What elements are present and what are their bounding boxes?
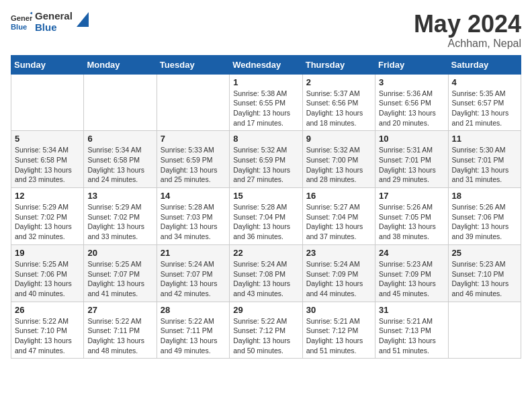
- day-number: 8: [233, 134, 298, 144]
- week-row-4: 19Sunrise: 5:25 AMSunset: 7:06 PMDayligh…: [11, 244, 521, 302]
- weekday-header-sunday: Sunday: [11, 55, 84, 74]
- calendar-cell: 8Sunrise: 5:32 AMSunset: 6:59 PMDaylight…: [230, 131, 302, 188]
- day-info: Sunrise: 5:28 AMSunset: 7:03 PMDaylight:…: [161, 202, 226, 242]
- calendar-cell: 24Sunrise: 5:23 AMSunset: 7:09 PMDayligh…: [375, 244, 448, 302]
- calendar-cell: [448, 302, 521, 359]
- day-number: 16: [306, 191, 371, 201]
- calendar-cell: 13Sunrise: 5:29 AMSunset: 7:02 PMDayligh…: [84, 188, 157, 245]
- calendar-cell: 21Sunrise: 5:24 AMSunset: 7:07 PMDayligh…: [157, 244, 229, 302]
- location-subtitle: Achham, Nepal: [414, 38, 521, 50]
- calendar-cell: [11, 74, 84, 131]
- day-number: 3: [379, 77, 444, 87]
- day-info: Sunrise: 5:32 AMSunset: 7:00 PMDaylight:…: [306, 145, 371, 185]
- day-number: 10: [379, 134, 444, 144]
- day-info: Sunrise: 5:21 AMSunset: 7:12 PMDaylight:…: [306, 316, 371, 356]
- day-info: Sunrise: 5:22 AMSunset: 7:12 PMDaylight:…: [233, 316, 298, 356]
- day-info: Sunrise: 5:34 AMSunset: 6:58 PMDaylight:…: [87, 145, 152, 185]
- calendar-cell: 3Sunrise: 5:36 AMSunset: 6:56 PMDaylight…: [375, 74, 448, 131]
- day-number: 2: [306, 77, 371, 87]
- calendar-cell: [157, 74, 229, 131]
- day-info: Sunrise: 5:36 AMSunset: 6:56 PMDaylight:…: [379, 89, 444, 128]
- day-number: 11: [452, 134, 517, 144]
- day-info: Sunrise: 5:29 AMSunset: 7:02 PMDaylight:…: [87, 202, 152, 242]
- logo: General Blue General Blue: [11, 11, 89, 33]
- day-number: 26: [15, 305, 80, 315]
- calendar-cell: 25Sunrise: 5:23 AMSunset: 7:10 PMDayligh…: [448, 244, 521, 302]
- day-number: 21: [161, 248, 226, 258]
- calendar-cell: 17Sunrise: 5:26 AMSunset: 7:05 PMDayligh…: [375, 188, 448, 245]
- calendar-cell: 27Sunrise: 5:22 AMSunset: 7:11 PMDayligh…: [84, 302, 157, 359]
- day-number: 23: [306, 248, 371, 258]
- day-info: Sunrise: 5:30 AMSunset: 7:01 PMDaylight:…: [452, 145, 517, 185]
- calendar-cell: 29Sunrise: 5:22 AMSunset: 7:12 PMDayligh…: [230, 302, 302, 359]
- weekday-header-monday: Monday: [84, 55, 157, 74]
- day-info: Sunrise: 5:24 AMSunset: 7:09 PMDaylight:…: [306, 259, 371, 299]
- day-number: 27: [87, 305, 152, 315]
- calendar-cell: 31Sunrise: 5:21 AMSunset: 7:13 PMDayligh…: [375, 302, 448, 359]
- week-row-1: 1Sunrise: 5:38 AMSunset: 6:55 PMDaylight…: [11, 74, 521, 131]
- week-row-5: 26Sunrise: 5:22 AMSunset: 7:10 PMDayligh…: [11, 302, 521, 359]
- calendar-cell: 9Sunrise: 5:32 AMSunset: 7:00 PMDaylight…: [302, 131, 375, 188]
- day-info: Sunrise: 5:35 AMSunset: 6:57 PMDaylight:…: [452, 89, 517, 128]
- day-info: Sunrise: 5:26 AMSunset: 7:05 PMDaylight:…: [379, 202, 444, 242]
- calendar-cell: 1Sunrise: 5:38 AMSunset: 6:55 PMDaylight…: [230, 74, 302, 131]
- day-number: 20: [87, 248, 152, 258]
- calendar-cell: 18Sunrise: 5:26 AMSunset: 7:06 PMDayligh…: [448, 188, 521, 245]
- calendar-cell: 6Sunrise: 5:34 AMSunset: 6:58 PMDaylight…: [84, 131, 157, 188]
- day-number: 13: [87, 191, 152, 201]
- svg-text:General: General: [11, 14, 32, 22]
- calendar-cell: 23Sunrise: 5:24 AMSunset: 7:09 PMDayligh…: [302, 244, 375, 302]
- day-number: 5: [15, 134, 80, 144]
- calendar-cell: 22Sunrise: 5:24 AMSunset: 7:08 PMDayligh…: [230, 244, 302, 302]
- day-info: Sunrise: 5:28 AMSunset: 7:04 PMDaylight:…: [233, 202, 298, 242]
- weekday-header-saturday: Saturday: [448, 55, 521, 74]
- month-title: May 2024: [414, 11, 521, 38]
- day-number: 19: [15, 248, 80, 258]
- day-info: Sunrise: 5:33 AMSunset: 6:59 PMDaylight:…: [161, 145, 226, 185]
- logo-blue-text: Blue: [35, 22, 73, 34]
- svg-text:Blue: Blue: [11, 23, 27, 31]
- svg-marker-3: [77, 12, 89, 27]
- calendar-cell: 14Sunrise: 5:28 AMSunset: 7:03 PMDayligh…: [157, 188, 229, 245]
- week-row-2: 5Sunrise: 5:34 AMSunset: 6:58 PMDaylight…: [11, 131, 521, 188]
- logo-triangle-icon: [77, 12, 89, 27]
- day-info: Sunrise: 5:27 AMSunset: 7:04 PMDaylight:…: [306, 202, 371, 242]
- calendar-cell: 12Sunrise: 5:29 AMSunset: 7:02 PMDayligh…: [11, 188, 84, 245]
- day-number: 4: [452, 77, 517, 87]
- day-info: Sunrise: 5:25 AMSunset: 7:06 PMDaylight:…: [15, 259, 80, 299]
- calendar-table: SundayMondayTuesdayWednesdayThursdayFrid…: [11, 55, 521, 359]
- calendar-cell: 2Sunrise: 5:37 AMSunset: 6:56 PMDaylight…: [302, 74, 375, 131]
- day-number: 18: [452, 191, 517, 201]
- day-number: 12: [15, 191, 80, 201]
- day-info: Sunrise: 5:37 AMSunset: 6:56 PMDaylight:…: [306, 89, 371, 128]
- day-info: Sunrise: 5:38 AMSunset: 6:55 PMDaylight:…: [233, 89, 298, 128]
- day-info: Sunrise: 5:34 AMSunset: 6:58 PMDaylight:…: [15, 145, 80, 185]
- day-info: Sunrise: 5:22 AMSunset: 7:11 PMDaylight:…: [87, 316, 152, 356]
- calendar-cell: 19Sunrise: 5:25 AMSunset: 7:06 PMDayligh…: [11, 244, 84, 302]
- logo-icon: General Blue: [11, 11, 32, 33]
- day-number: 29: [233, 305, 298, 315]
- calendar-cell: 5Sunrise: 5:34 AMSunset: 6:58 PMDaylight…: [11, 131, 84, 188]
- day-number: 22: [233, 248, 298, 258]
- day-info: Sunrise: 5:22 AMSunset: 7:10 PMDaylight:…: [15, 316, 80, 356]
- calendar-cell: 28Sunrise: 5:22 AMSunset: 7:11 PMDayligh…: [157, 302, 229, 359]
- day-info: Sunrise: 5:32 AMSunset: 6:59 PMDaylight:…: [233, 145, 298, 185]
- calendar-cell: 20Sunrise: 5:25 AMSunset: 7:07 PMDayligh…: [84, 244, 157, 302]
- weekday-header-thursday: Thursday: [302, 55, 375, 74]
- day-info: Sunrise: 5:24 AMSunset: 7:08 PMDaylight:…: [233, 259, 298, 299]
- weekday-header-tuesday: Tuesday: [157, 55, 229, 74]
- calendar-cell: 26Sunrise: 5:22 AMSunset: 7:10 PMDayligh…: [11, 302, 84, 359]
- calendar-cell: 10Sunrise: 5:31 AMSunset: 7:01 PMDayligh…: [375, 131, 448, 188]
- day-info: Sunrise: 5:25 AMSunset: 7:07 PMDaylight:…: [87, 259, 152, 299]
- calendar-cell: 11Sunrise: 5:30 AMSunset: 7:01 PMDayligh…: [448, 131, 521, 188]
- day-number: 17: [379, 191, 444, 201]
- day-number: 9: [306, 134, 371, 144]
- day-info: Sunrise: 5:31 AMSunset: 7:01 PMDaylight:…: [379, 145, 444, 185]
- day-number: 25: [452, 248, 517, 258]
- day-number: 15: [233, 191, 298, 201]
- day-number: 14: [161, 191, 226, 201]
- day-info: Sunrise: 5:24 AMSunset: 7:07 PMDaylight:…: [161, 259, 226, 299]
- day-info: Sunrise: 5:26 AMSunset: 7:06 PMDaylight:…: [452, 202, 517, 242]
- title-block: May 2024 Achham, Nepal: [414, 11, 521, 50]
- logo-general-text: General: [35, 11, 73, 22]
